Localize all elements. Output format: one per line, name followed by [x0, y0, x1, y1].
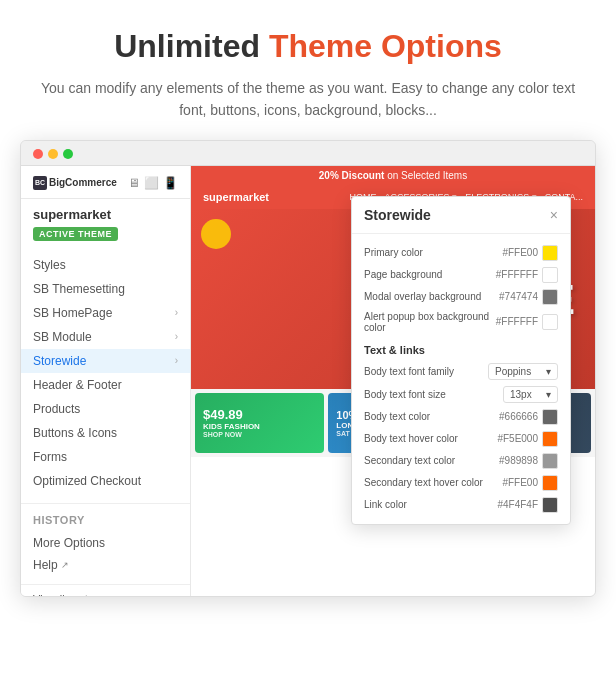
sidebar-item-products[interactable]: Products — [21, 397, 190, 421]
chevron-down-icon: ▾ — [546, 366, 551, 377]
store-preview: 20% Discount on Selected Items supermark… — [191, 166, 595, 596]
tablet-icon[interactable]: ⬜ — [144, 176, 159, 190]
chevron-right-icon: › — [175, 307, 178, 318]
theme-sidebar: BC BigCommerce 🖥 ⬜ 📱 supermarket ACTIVE … — [21, 166, 191, 596]
sidebar-item-label: Storewide — [33, 354, 86, 368]
view-live-label: View live store — [33, 593, 104, 597]
sidebar-item-label: SB Module — [33, 330, 92, 344]
sidebar-item-more-options[interactable]: More Options — [21, 532, 190, 554]
secondary-hover-label: Secondary text hover color — [364, 477, 502, 488]
sidebar-item-module[interactable]: SB Module › — [21, 325, 190, 349]
sidebar-item-help[interactable]: Help ↗ — [21, 554, 190, 576]
sidebar-item-checkout[interactable]: Optimized Checkout — [21, 469, 190, 493]
font-size-label: Body text font size — [364, 389, 503, 400]
browser-mockup: BC BigCommerce 🖥 ⬜ 📱 supermarket ACTIVE … — [20, 140, 596, 597]
browser-body: BC BigCommerce 🖥 ⬜ 📱 supermarket ACTIVE … — [21, 166, 595, 596]
body-hover-label: Body text hover color — [364, 433, 497, 444]
sidebar-item-label: SB Themesetting — [33, 282, 125, 296]
store-logo: supermarket — [203, 191, 269, 203]
bc-icon: BC — [33, 176, 47, 190]
storewide-panel: Storewide × Primary color #FFE00 Page ba… — [351, 196, 571, 525]
sidebar-item-storewide[interactable]: Storewide › — [21, 349, 190, 373]
divider — [21, 503, 190, 504]
view-live-store[interactable]: View live store ↗ — [21, 584, 190, 597]
panel-row-secondary-hover: Secondary text hover color #FFE00 — [364, 472, 558, 494]
alert-bg-label: Alert popup box background color — [364, 311, 496, 333]
page-header: Unlimited Theme Options You can modify a… — [0, 0, 616, 140]
modal-overlay-swatch[interactable] — [542, 289, 558, 305]
external-link-icon: ↗ — [107, 594, 115, 597]
sidebar-item-label: Header & Footer — [33, 378, 122, 392]
bigcommerce-logo: BC BigCommerce — [33, 176, 117, 190]
sidebar-item-themesetting[interactable]: SB Themesetting — [21, 277, 190, 301]
page-bg-value: #FFFFFF — [496, 269, 538, 280]
alert-bg-value: #FFFFFF — [496, 316, 538, 327]
dot-green — [63, 149, 73, 159]
promo-card-kids: $49.89 KIDS FASHION Shop now — [195, 393, 324, 453]
hero-decoration — [201, 219, 231, 249]
panel-row-body-color: Body text color #666666 — [364, 406, 558, 428]
sidebar-item-homepage[interactable]: SB HomePage › — [21, 301, 190, 325]
sidebar-nav: Styles SB Themesetting SB HomePage › SB … — [21, 249, 190, 497]
sidebar-item-label: Optimized Checkout — [33, 474, 141, 488]
secondary-hover-value: #FFE00 — [502, 477, 538, 488]
panel-row-body-hover: Body text hover color #F5E000 — [364, 428, 558, 450]
body-hover-value: #F5E000 — [497, 433, 538, 444]
title-highlight: Theme Options — [269, 28, 502, 64]
browser-chrome — [21, 141, 595, 166]
kids-cta: Shop now — [203, 431, 316, 438]
mobile-icon[interactable]: 📱 — [163, 176, 178, 190]
title-plain: Unlimited — [114, 28, 269, 64]
secondary-hover-swatch[interactable] — [542, 475, 558, 491]
promo-banner: 20% Discount on Selected Items — [191, 166, 595, 185]
desktop-icon[interactable]: 🖥 — [128, 176, 140, 190]
device-icons: 🖥 ⬜ 📱 — [128, 176, 178, 190]
primary-color-value: #FFE00 — [502, 247, 538, 258]
chevron-right-icon: › — [175, 355, 178, 366]
panel-row-link-color: Link color #4F4F4F — [364, 494, 558, 516]
sidebar-item-label: Styles — [33, 258, 66, 272]
modal-overlay-label: Modal overlay background — [364, 291, 499, 302]
dot-yellow — [48, 149, 58, 159]
font-size-input[interactable]: 13px ▾ — [503, 386, 558, 403]
history-label: History — [21, 510, 190, 528]
font-family-dropdown[interactable]: Poppins ▾ — [488, 363, 558, 380]
panel-row-modal-overlay: Modal overlay background #747474 — [364, 286, 558, 308]
kids-label: KIDS FASHION — [203, 422, 316, 431]
panel-row-page-bg: Page background #FFFFFF — [364, 264, 558, 286]
body-hover-swatch[interactable] — [542, 431, 558, 447]
panel-row-secondary-color: Secondary text color #989898 — [364, 450, 558, 472]
page-bg-label: Page background — [364, 269, 496, 280]
primary-color-label: Primary color — [364, 247, 502, 258]
primary-color-swatch[interactable] — [542, 245, 558, 261]
sidebar-item-styles[interactable]: Styles — [21, 253, 190, 277]
panel-row-alert-bg: Alert popup box background color #FFFFFF — [364, 308, 558, 336]
discount-text: 20% Discount — [319, 170, 385, 181]
chevron-right-icon: › — [175, 331, 178, 342]
secondary-color-swatch[interactable] — [542, 453, 558, 469]
body-color-swatch[interactable] — [542, 409, 558, 425]
panel-row-font-size: Body text font size 13px ▾ — [364, 383, 558, 406]
alert-bg-swatch[interactable] — [542, 314, 558, 330]
sidebar-item-buttons-icons[interactable]: Buttons & Icons — [21, 421, 190, 445]
panel-row-font-family: Body text font family Poppins ▾ — [364, 360, 558, 383]
browser-dots — [33, 149, 73, 159]
sidebar-item-header-footer[interactable]: Header & Footer — [21, 373, 190, 397]
panel-header: Storewide × — [352, 197, 570, 234]
secondary-color-label: Secondary text color — [364, 455, 499, 466]
body-color-label: Body text color — [364, 411, 499, 422]
sidebar-item-forms[interactable]: Forms — [21, 445, 190, 469]
sidebar-item-label: SB HomePage — [33, 306, 112, 320]
main-title: Unlimited Theme Options — [40, 28, 576, 65]
help-label: Help — [33, 558, 58, 572]
font-family-label: Body text font family — [364, 366, 488, 377]
link-color-swatch[interactable] — [542, 497, 558, 513]
body-color-value: #666666 — [499, 411, 538, 422]
dot-red — [33, 149, 43, 159]
sidebar-item-label: Products — [33, 402, 80, 416]
modal-overlay-value: #747474 — [499, 291, 538, 302]
panel-close-button[interactable]: × — [550, 207, 558, 223]
link-color-value: #4F4F4F — [497, 499, 538, 510]
bc-label: BigCommerce — [49, 177, 117, 188]
page-bg-swatch[interactable] — [542, 267, 558, 283]
